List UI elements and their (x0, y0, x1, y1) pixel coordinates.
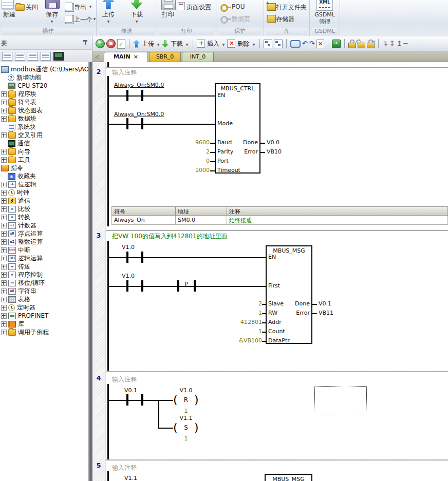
pou-button[interactable]: POU (232, 3, 245, 10)
expand-icon[interactable] (1, 190, 7, 196)
param-value[interactable]: 2 (169, 148, 210, 155)
expand-icon[interactable] (1, 149, 7, 155)
param-value[interactable]: &VB100 (217, 337, 262, 344)
network-comment-icon[interactable] (290, 40, 301, 48)
expand-icon[interactable] (1, 198, 7, 204)
tab-scroll-left-icon[interactable] (95, 53, 101, 60)
tree-item-profinet[interactable]: PROFINET (0, 312, 88, 320)
tree-item-table[interactable]: 表格 (0, 295, 88, 303)
view-chart-icon[interactable] (41, 52, 51, 61)
tree-item-comm-instructions[interactable]: 通信 (0, 197, 88, 205)
tree-item-float-math[interactable]: 浮点运算 (0, 229, 88, 238)
tree-item-interrupt[interactable]: 中断 (0, 246, 88, 254)
insert-vertical-up-icon[interactable] (397, 40, 402, 48)
run-button[interactable] (96, 39, 105, 48)
insert-dropdown-icon[interactable] (221, 43, 226, 47)
contact-bar[interactable] (141, 280, 143, 292)
insert-horizontal-icon[interactable] (404, 40, 408, 48)
param-value[interactable]: 1 (217, 310, 262, 316)
coil-operand[interactable]: V1.1 (176, 415, 196, 421)
insert-button[interactable]: 插入 (207, 40, 219, 48)
lock-closed-icon[interactable] (348, 43, 356, 48)
coil-count[interactable]: 1 (176, 435, 196, 442)
program-block-icon[interactable] (264, 40, 272, 48)
download-toolbar-button[interactable]: 下载 (171, 40, 183, 48)
program-structure-icon[interactable] (274, 40, 283, 48)
tab-sbr0[interactable]: SBR_0 (149, 52, 181, 62)
expand-icon[interactable] (1, 264, 7, 270)
lock-open-icon[interactable] (358, 43, 365, 48)
memory-button[interactable]: 存储器 (276, 15, 294, 24)
network-3-comment[interactable]: 把VW 100的值写入到412801的地址里面 (112, 232, 228, 241)
gsdml-button-line1[interactable]: GSDML (311, 11, 339, 18)
output-operand[interactable]: VB10 (267, 148, 282, 155)
expand-icon[interactable] (1, 132, 7, 138)
close-button[interactable]: 关闭 (26, 3, 38, 12)
upload-toolbar-button[interactable]: 上传 (142, 40, 154, 48)
expand-icon[interactable] (1, 313, 7, 319)
param-value[interactable]: 1 (217, 328, 262, 335)
expand-icon[interactable] (1, 157, 7, 163)
tree-item-timer[interactable]: 定时器 (0, 303, 88, 312)
stop-button[interactable] (106, 39, 116, 48)
param-value[interactable]: 9600 (169, 139, 210, 146)
output-operand[interactable]: VB11 (319, 310, 333, 316)
save-button[interactable]: 保存 (40, 10, 64, 19)
panel-splitter[interactable] (88, 62, 92, 481)
mbus-msg-block[interactable]: MBUS_MSG EN First Slave RW Addr Count Da… (266, 245, 312, 344)
expand-icon[interactable] (1, 91, 7, 97)
contact-operand[interactable]: V1.0 (122, 244, 135, 251)
tree-item-convert[interactable]: 转换 (0, 213, 88, 221)
tab-close-icon[interactable] (134, 53, 138, 60)
tree-item-data-block[interactable]: 数据块 (0, 114, 88, 123)
download-toolbar-icon[interactable] (162, 40, 169, 48)
contact-bar[interactable] (141, 394, 143, 406)
delete-button[interactable]: 删除 (237, 40, 250, 48)
pin-icon[interactable] (83, 40, 88, 45)
upload-toolbar-icon[interactable] (133, 40, 140, 48)
contact-bar[interactable] (126, 394, 128, 406)
export-button[interactable]: 导出 (74, 3, 86, 12)
expand-icon[interactable] (1, 182, 7, 187)
expand-icon[interactable] (1, 100, 7, 105)
network-5-comment[interactable]: 输入注释 (112, 464, 137, 472)
expand-icon[interactable] (1, 280, 7, 286)
expand-icon[interactable] (1, 305, 7, 311)
tree-item-communication[interactable]: 通信 (0, 139, 88, 147)
delete-dropdown-icon[interactable] (252, 43, 256, 47)
print-button[interactable]: 打印 (156, 10, 180, 19)
network-2-comment[interactable]: 输入注释 (112, 68, 137, 77)
tree-item-bit-logic[interactable]: 位逻辑 (0, 180, 88, 188)
contact-bar[interactable] (141, 90, 143, 101)
insert-icon[interactable] (197, 40, 205, 48)
tree-item-move[interactable]: 传送 (0, 262, 88, 271)
bookmark-previous-icon[interactable] (302, 40, 308, 48)
bookmark-next-icon[interactable] (309, 40, 315, 48)
tab-int0[interactable]: INT_0 (182, 52, 214, 62)
set-coil[interactable]: S (177, 424, 195, 431)
output-operand[interactable]: V0.0 (267, 139, 279, 146)
param-value[interactable]: 0 (169, 158, 210, 164)
tree-item-program-control[interactable]: 程序控制 (0, 271, 88, 279)
coil-count[interactable]: 1 (176, 408, 196, 414)
expand-icon[interactable] (1, 206, 7, 212)
tree-item-integer-math[interactable]: 整数运算 (0, 238, 88, 246)
tree-item-favorites[interactable]: 收藏夹 (0, 172, 88, 180)
tree-item-shift-rotate[interactable]: 移位/循环 (0, 279, 88, 287)
edge-contact-bar[interactable] (177, 280, 179, 292)
ladder-editor[interactable]: 2 输入注释 Always_On:SM0.0 Always_On:SM0.0 M… (92, 62, 448, 481)
contact-bar[interactable] (126, 90, 128, 101)
tree-item-wizard[interactable]: 向导 (0, 147, 88, 156)
tree-item-counter[interactable]: 计数器 (0, 221, 88, 229)
view-monitor-icon[interactable] (53, 52, 64, 61)
tree-section-instructions[interactable]: 指令 (0, 164, 88, 172)
gsdml-button-line2[interactable]: 管理 (311, 18, 339, 26)
tree-item-library[interactable]: 库 (0, 320, 88, 328)
reset-coil[interactable]: R (177, 396, 195, 403)
expand-icon[interactable] (1, 247, 7, 253)
view-detail-icon[interactable] (15, 52, 25, 61)
download-toolbar-dropdown-icon[interactable] (185, 43, 189, 47)
contact-bar[interactable] (126, 280, 128, 292)
expand-icon[interactable] (1, 288, 7, 294)
param-value[interactable]: 1000 (169, 167, 210, 174)
